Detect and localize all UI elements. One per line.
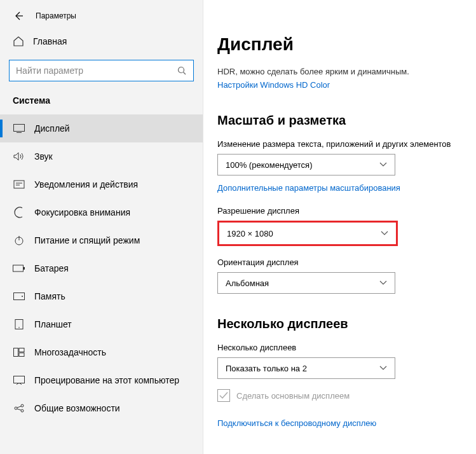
svg-rect-2 — [14, 125, 25, 132]
nav-label: Дисплей — [34, 123, 70, 134]
multi-section-heading: Несколько дисплеев — [217, 317, 462, 331]
arrow-left-icon — [13, 11, 24, 21]
home-nav-item[interactable]: Главная — [0, 28, 203, 55]
chevron-down-icon — [379, 162, 387, 167]
svg-point-14 — [18, 327, 20, 328]
nav-label: Планшет — [34, 319, 72, 329]
nav-item-storage[interactable]: Память — [0, 282, 203, 310]
svg-point-21 — [21, 409, 24, 412]
home-icon — [13, 36, 24, 47]
nav-item-battery[interactable]: Батарея — [0, 254, 203, 282]
nav-item-sound[interactable]: Звук — [0, 142, 203, 170]
battery-icon — [13, 262, 25, 275]
resolution-dropdown[interactable]: 1920 × 1080 — [217, 221, 398, 246]
nav-item-power[interactable]: Питание и спящий режим — [0, 226, 203, 254]
orientation-value: Альбомная — [226, 279, 269, 288]
window-header: Параметры — [0, 0, 203, 28]
nav-label: Многозадачность — [34, 347, 106, 357]
hdr-settings-link[interactable]: Настройки Windows HD Color — [217, 80, 330, 90]
back-button[interactable] — [13, 10, 24, 22]
nav-item-focus[interactable]: Фокусировка внимания — [0, 198, 203, 226]
main-content: Дисплей HDR, можно сделать более ярким и… — [203, 0, 476, 454]
nav-label: Проецирование на этот компьютер — [34, 375, 179, 385]
resolution-label: Разрешение дисплея — [217, 206, 462, 216]
svg-point-0 — [179, 67, 184, 73]
nav-item-projecting[interactable]: Проецирование на этот компьютер — [0, 366, 203, 394]
nav-item-multitasking[interactable]: Многозадачность — [0, 338, 203, 366]
nav-label: Батарея — [34, 263, 69, 273]
nav-label: Звук — [34, 151, 53, 162]
page-title: Дисплей — [217, 34, 462, 55]
chevron-down-icon — [379, 366, 387, 371]
nav-item-display[interactable]: Дисплей — [0, 114, 203, 142]
shared-icon — [13, 402, 25, 415]
nav-label: Фокусировка внимания — [34, 207, 130, 217]
nav-item-shared[interactable]: Общие возможности — [0, 394, 203, 422]
multi-display-dropdown[interactable]: Показать только на 2 — [217, 357, 395, 379]
multi-value: Показать только на 2 — [226, 364, 307, 373]
chevron-down-icon — [381, 231, 388, 236]
search-icon — [177, 65, 187, 76]
nav-label: Уведомления и действия — [34, 179, 138, 189]
power-icon — [13, 234, 25, 247]
nav-label: Общие возможности — [34, 403, 120, 413]
scale-dropdown[interactable]: 100% (рекомендуется) — [217, 154, 395, 175]
svg-line-22 — [17, 406, 21, 408]
nav-item-notifications[interactable]: Уведомления и действия — [0, 170, 203, 198]
home-label: Главная — [33, 36, 67, 46]
advanced-scaling-link[interactable]: Дополнительные параметры масштабирования — [217, 183, 400, 193]
sidebar: Параметры Главная Система Дисплей Звук У… — [0, 0, 203, 454]
projecting-icon — [13, 374, 25, 387]
orientation-label: Ориентация дисплея — [217, 258, 462, 267]
svg-rect-10 — [24, 267, 25, 270]
svg-point-12 — [22, 296, 23, 297]
svg-line-1 — [184, 72, 186, 75]
storage-icon — [13, 290, 25, 303]
svg-rect-9 — [13, 265, 24, 272]
chevron-down-icon — [379, 280, 387, 285]
scale-section-heading: Масштаб и разметка — [217, 113, 462, 128]
orientation-dropdown[interactable]: Альбомная — [217, 272, 395, 294]
resolution-value: 1920 × 1080 — [227, 229, 273, 238]
nav-item-tablet[interactable]: Планшет — [0, 310, 203, 338]
multi-label: Несколько дисплеев — [217, 343, 462, 352]
scale-label: Изменение размера текста, приложений и д… — [217, 139, 462, 149]
svg-rect-17 — [19, 353, 24, 357]
multitasking-icon — [13, 346, 25, 359]
tablet-icon — [13, 318, 25, 331]
svg-rect-15 — [14, 348, 18, 357]
nav-label: Память — [34, 291, 65, 301]
checkbox-icon — [217, 389, 230, 402]
sound-icon — [13, 150, 25, 163]
search-input[interactable] — [16, 65, 177, 76]
svg-point-19 — [15, 407, 17, 409]
app-title: Параметры — [36, 11, 76, 20]
make-primary-label: Сделать основным дисплеем — [236, 391, 350, 401]
wireless-display-link[interactable]: Подключиться к беспроводному дисплею — [217, 418, 376, 428]
hdr-info-text: HDR, можно сделать более ярким и динамич… — [217, 66, 462, 78]
scale-value: 100% (рекомендуется) — [226, 160, 312, 170]
search-box[interactable] — [9, 60, 194, 81]
display-icon — [13, 122, 25, 135]
svg-line-23 — [17, 409, 21, 410]
make-primary-checkbox: Сделать основным дисплеем — [217, 389, 462, 402]
svg-rect-16 — [19, 348, 24, 352]
focus-icon — [13, 206, 25, 219]
svg-rect-18 — [14, 376, 25, 383]
svg-point-20 — [21, 404, 24, 407]
section-title: Система — [0, 92, 203, 114]
notifications-icon — [13, 178, 25, 191]
nav-label: Питание и спящий режим — [34, 235, 140, 245]
svg-rect-4 — [14, 181, 24, 188]
